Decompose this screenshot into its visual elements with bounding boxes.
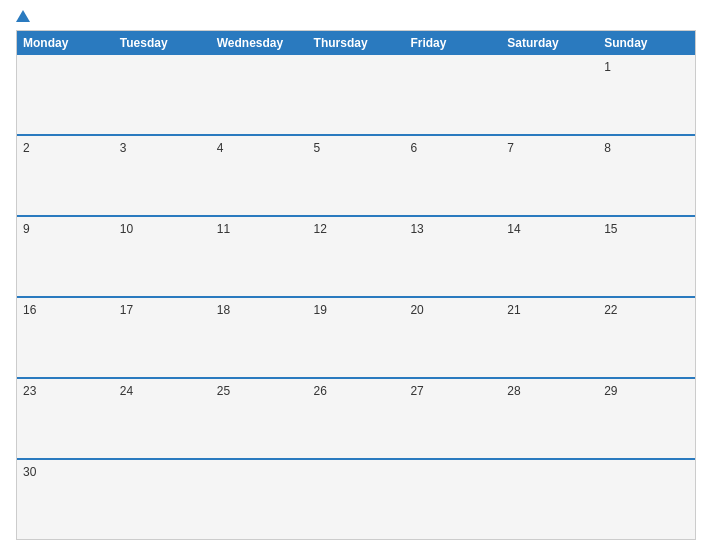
day-number: 23 xyxy=(23,384,108,398)
calendar-day-empty xyxy=(404,460,501,539)
calendar-day: 24 xyxy=(114,379,211,458)
calendar-header-cell: Sunday xyxy=(598,31,695,55)
day-number: 10 xyxy=(120,222,205,236)
calendar-day: 27 xyxy=(404,379,501,458)
calendar-day: 20 xyxy=(404,298,501,377)
calendar-week: 30 xyxy=(17,458,695,539)
calendar-header-cell: Wednesday xyxy=(211,31,308,55)
day-number: 17 xyxy=(120,303,205,317)
calendar-day-empty xyxy=(114,55,211,134)
calendar-header-cell: Monday xyxy=(17,31,114,55)
day-number: 21 xyxy=(507,303,592,317)
day-number: 13 xyxy=(410,222,495,236)
calendar-day: 19 xyxy=(308,298,405,377)
day-number: 28 xyxy=(507,384,592,398)
calendar-day-empty xyxy=(598,460,695,539)
day-number: 27 xyxy=(410,384,495,398)
day-number: 5 xyxy=(314,141,399,155)
calendar-day: 5 xyxy=(308,136,405,215)
calendar-header-cell: Friday xyxy=(404,31,501,55)
calendar-day: 15 xyxy=(598,217,695,296)
day-number: 15 xyxy=(604,222,689,236)
calendar-day-empty xyxy=(308,55,405,134)
day-number: 30 xyxy=(23,465,108,479)
page: MondayTuesdayWednesdayThursdayFridaySatu… xyxy=(0,0,712,550)
day-number: 19 xyxy=(314,303,399,317)
day-number: 16 xyxy=(23,303,108,317)
calendar-day: 17 xyxy=(114,298,211,377)
day-number: 29 xyxy=(604,384,689,398)
calendar-body: 1234567891011121314151617181920212223242… xyxy=(17,55,695,539)
calendar-day: 16 xyxy=(17,298,114,377)
calendar: MondayTuesdayWednesdayThursdayFridaySatu… xyxy=(16,30,696,540)
day-number: 7 xyxy=(507,141,592,155)
calendar-day: 29 xyxy=(598,379,695,458)
calendar-day: 13 xyxy=(404,217,501,296)
calendar-header-cell: Thursday xyxy=(308,31,405,55)
header xyxy=(16,10,696,22)
calendar-week: 23242526272829 xyxy=(17,377,695,458)
calendar-week: 9101112131415 xyxy=(17,215,695,296)
day-number: 11 xyxy=(217,222,302,236)
calendar-day: 28 xyxy=(501,379,598,458)
calendar-header-row: MondayTuesdayWednesdayThursdayFridaySatu… xyxy=(17,31,695,55)
calendar-header-cell: Saturday xyxy=(501,31,598,55)
day-number: 20 xyxy=(410,303,495,317)
calendar-day: 14 xyxy=(501,217,598,296)
day-number: 6 xyxy=(410,141,495,155)
calendar-day: 25 xyxy=(211,379,308,458)
day-number: 26 xyxy=(314,384,399,398)
calendar-day: 3 xyxy=(114,136,211,215)
calendar-day-empty xyxy=(211,55,308,134)
calendar-day-empty xyxy=(308,460,405,539)
calendar-day-empty xyxy=(501,460,598,539)
day-number: 22 xyxy=(604,303,689,317)
calendar-day: 4 xyxy=(211,136,308,215)
calendar-day: 18 xyxy=(211,298,308,377)
calendar-day: 30 xyxy=(17,460,114,539)
day-number: 8 xyxy=(604,141,689,155)
calendar-week: 1 xyxy=(17,55,695,134)
day-number: 18 xyxy=(217,303,302,317)
calendar-day-empty xyxy=(17,55,114,134)
calendar-day: 10 xyxy=(114,217,211,296)
day-number: 25 xyxy=(217,384,302,398)
calendar-day-empty xyxy=(114,460,211,539)
calendar-week: 16171819202122 xyxy=(17,296,695,377)
calendar-day: 11 xyxy=(211,217,308,296)
calendar-day: 23 xyxy=(17,379,114,458)
calendar-day-empty xyxy=(501,55,598,134)
calendar-day: 7 xyxy=(501,136,598,215)
calendar-day: 2 xyxy=(17,136,114,215)
logo xyxy=(16,10,34,22)
calendar-day: 22 xyxy=(598,298,695,377)
day-number: 9 xyxy=(23,222,108,236)
calendar-day: 1 xyxy=(598,55,695,134)
calendar-day: 21 xyxy=(501,298,598,377)
logo-blue-row xyxy=(16,10,34,22)
logo-triangle-icon xyxy=(16,10,30,22)
day-number: 14 xyxy=(507,222,592,236)
calendar-day: 12 xyxy=(308,217,405,296)
day-number: 1 xyxy=(604,60,689,74)
calendar-day-empty xyxy=(404,55,501,134)
day-number: 24 xyxy=(120,384,205,398)
calendar-week: 2345678 xyxy=(17,134,695,215)
day-number: 3 xyxy=(120,141,205,155)
day-number: 4 xyxy=(217,141,302,155)
day-number: 12 xyxy=(314,222,399,236)
calendar-day-empty xyxy=(211,460,308,539)
calendar-day: 9 xyxy=(17,217,114,296)
calendar-day: 26 xyxy=(308,379,405,458)
calendar-day: 8 xyxy=(598,136,695,215)
calendar-day: 6 xyxy=(404,136,501,215)
calendar-header-cell: Tuesday xyxy=(114,31,211,55)
day-number: 2 xyxy=(23,141,108,155)
